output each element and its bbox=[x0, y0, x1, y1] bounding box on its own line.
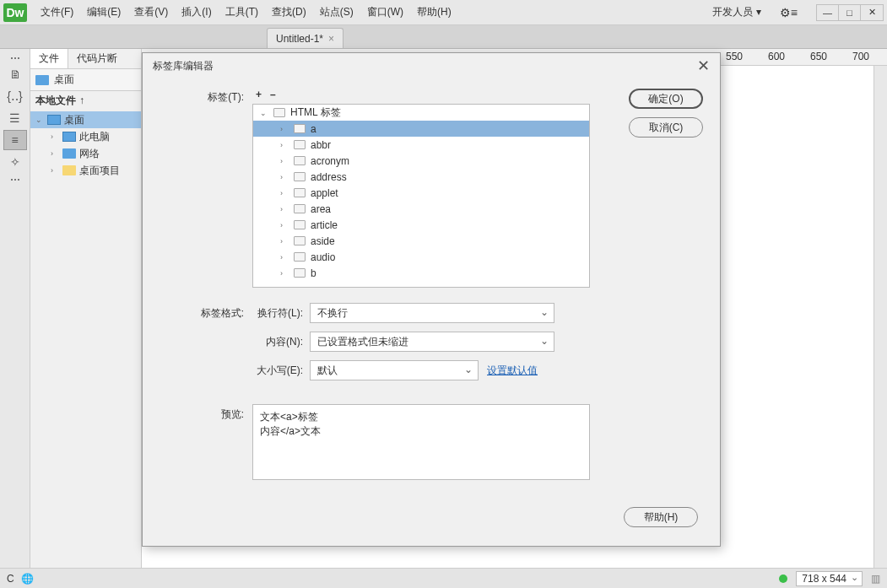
tag-tree-root[interactable]: ⌄HTML 标签 bbox=[253, 105, 589, 121]
tag-tree-item[interactable]: ›a bbox=[253, 121, 589, 137]
tag-tree-item[interactable]: ›aside bbox=[253, 233, 589, 249]
tag-tree-item[interactable]: ›abbr bbox=[253, 137, 589, 153]
dialog-close-icon[interactable]: ✕ bbox=[697, 57, 710, 75]
menu-site[interactable]: 站点(S) bbox=[313, 1, 360, 24]
menu-view[interactable]: 查看(V) bbox=[127, 1, 175, 24]
cancel-button[interactable]: 取消(C) bbox=[629, 117, 703, 138]
overflow-icon[interactable]: ▥ bbox=[871, 573, 880, 585]
menu-help[interactable]: 帮助(H) bbox=[410, 1, 458, 24]
menu-file[interactable]: 文件(F) bbox=[34, 1, 80, 24]
dialog-title-text: 标签库编辑器 bbox=[153, 59, 214, 73]
menu-window[interactable]: 窗口(W) bbox=[360, 1, 410, 24]
statusbar: C 🌐 718 x 544 ▥ bbox=[0, 568, 887, 588]
site-name: 桌面 bbox=[54, 73, 74, 87]
folder-icon bbox=[62, 148, 76, 159]
ruler-mark: 600 bbox=[768, 51, 785, 62]
tag-name: abbr bbox=[311, 139, 331, 151]
dialog-titlebar: 标签库编辑器 ✕ bbox=[143, 53, 720, 78]
file-tree-row[interactable]: ›桌面项目 bbox=[30, 162, 141, 179]
window-controls: — □ ✕ bbox=[816, 4, 884, 21]
settings-icon[interactable]: ⚙≡ bbox=[771, 6, 806, 19]
close-button[interactable]: ✕ bbox=[861, 5, 883, 20]
tag-tools: + – bbox=[252, 87, 590, 104]
globe-icon[interactable]: 🌐 bbox=[21, 573, 34, 585]
status-indicator-icon bbox=[779, 575, 787, 583]
document-tab[interactable]: Untitled-1* × bbox=[267, 28, 343, 48]
tag-name: area bbox=[311, 203, 331, 215]
monitor-icon bbox=[62, 132, 76, 142]
tag-tree-item[interactable]: ›acronym bbox=[253, 153, 589, 169]
tag-tree[interactable]: ⌄HTML 标签›a›abbr›acronym›address›applet›a… bbox=[252, 104, 590, 288]
tag-tree-item[interactable]: ›audio bbox=[253, 249, 589, 265]
workspace-switcher[interactable]: 开发人员 ▾ bbox=[706, 3, 767, 21]
folder-icon bbox=[294, 124, 306, 133]
linebreak-select[interactable]: 不换行 bbox=[310, 303, 554, 323]
file-tree-row[interactable]: ›此电脑 bbox=[30, 128, 141, 145]
tool-brackets-icon[interactable]: {‥} bbox=[3, 86, 27, 106]
minimize-button[interactable]: — bbox=[817, 5, 839, 20]
folder-icon bbox=[62, 165, 76, 175]
folder-icon bbox=[294, 204, 306, 213]
tag-tree-item[interactable]: ›applet bbox=[253, 185, 589, 201]
tag-tree-item[interactable]: ›address bbox=[253, 169, 589, 185]
tags-label: 标签(T): bbox=[160, 87, 252, 105]
tool-list-icon[interactable]: ☰ bbox=[3, 108, 27, 128]
document-tab-strip: Untitled-1* × bbox=[0, 25, 887, 49]
site-selector[interactable]: 桌面 bbox=[30, 69, 141, 91]
tag-name: acronym bbox=[311, 155, 349, 167]
add-tag-icon[interactable]: + bbox=[256, 89, 262, 100]
tag-tree-item[interactable]: ›article bbox=[253, 217, 589, 233]
tag-name: address bbox=[311, 171, 347, 183]
folder-icon bbox=[294, 268, 306, 278]
app-logo: Dw bbox=[3, 3, 27, 22]
folder-icon bbox=[294, 188, 306, 197]
menu-edit[interactable]: 编辑(E) bbox=[80, 1, 127, 24]
format-label: 标签格式: bbox=[160, 303, 252, 321]
tag-name: applet bbox=[311, 187, 338, 199]
tab-files[interactable]: 文件 bbox=[30, 49, 68, 68]
linebreak-label: 换行符(L): bbox=[252, 306, 310, 321]
folder-icon bbox=[294, 172, 306, 181]
preview-line: 内容</a>文本 bbox=[260, 424, 582, 439]
ruler-mark: 550 bbox=[726, 51, 743, 62]
tree-label: 桌面项目 bbox=[79, 164, 120, 178]
folder-icon bbox=[294, 140, 306, 149]
tag-tree-item[interactable]: ›area bbox=[253, 201, 589, 217]
tag-tree-item[interactable]: ›b bbox=[253, 265, 589, 281]
menu-find[interactable]: 查找(D) bbox=[265, 1, 313, 24]
tool-indent-icon[interactable]: ≡ bbox=[3, 130, 27, 150]
close-tab-icon[interactable]: × bbox=[328, 33, 334, 45]
refresh-icon[interactable]: C bbox=[7, 573, 14, 585]
remove-tag-icon[interactable]: – bbox=[270, 89, 276, 100]
folder-icon bbox=[294, 220, 306, 229]
tag-library-editor-dialog: 标签库编辑器 ✕ 标签(T): + – ⌄HTML 标签›a›abbr›acro… bbox=[142, 52, 721, 547]
document-tab-title: Untitled-1* bbox=[276, 33, 323, 45]
toolbar-spacer: ⋯ bbox=[10, 174, 20, 184]
menu-insert[interactable]: 插入(I) bbox=[175, 1, 218, 24]
menubar: Dw 文件(F) 编辑(E) 查看(V) 插入(I) 工具(T) 查找(D) 站… bbox=[0, 0, 887, 25]
file-tree: ⌄桌面›此电脑›网络›桌面项目 bbox=[30, 110, 141, 181]
vertical-scrollbar[interactable] bbox=[873, 66, 887, 568]
tag-name: article bbox=[311, 219, 338, 231]
maximize-button[interactable]: □ bbox=[839, 5, 861, 20]
tree-label: 网络 bbox=[79, 147, 100, 161]
dimensions-select[interactable]: 718 x 544 bbox=[796, 571, 863, 586]
left-toolbar: ⋯ 🗎 {‥} ☰ ≡ ✧ ⋯ bbox=[0, 49, 30, 568]
reset-defaults-link[interactable]: 设置默认值 bbox=[487, 364, 538, 378]
folder-icon bbox=[273, 108, 285, 117]
file-tree-row[interactable]: ⌄桌面 bbox=[30, 111, 141, 128]
file-tree-row[interactable]: ›网络 bbox=[30, 145, 141, 162]
tool-file-icon[interactable]: 🗎 bbox=[3, 64, 27, 84]
menu-tools[interactable]: 工具(T) bbox=[219, 1, 265, 24]
ok-button[interactable]: 确定(O) bbox=[629, 89, 703, 109]
files-panel: 文件 代码片断 桌面 本地文件↑ ⌄桌面›此电脑›网络›桌面项目 bbox=[30, 49, 142, 568]
help-button[interactable]: 帮助(H) bbox=[624, 507, 698, 527]
tool-settings-icon[interactable]: ✧ bbox=[3, 152, 27, 172]
tab-snippets[interactable]: 代码片断 bbox=[68, 49, 126, 68]
ruler-mark: 650 bbox=[810, 51, 827, 62]
content-select[interactable]: 已设置格式但未缩进 bbox=[310, 332, 554, 352]
preview-line: 文本<a>标签 bbox=[260, 410, 582, 424]
toolbar-spacer: ⋯ bbox=[10, 52, 20, 62]
ruler-mark: 700 bbox=[852, 51, 869, 62]
case-select[interactable]: 默认 bbox=[310, 360, 479, 380]
